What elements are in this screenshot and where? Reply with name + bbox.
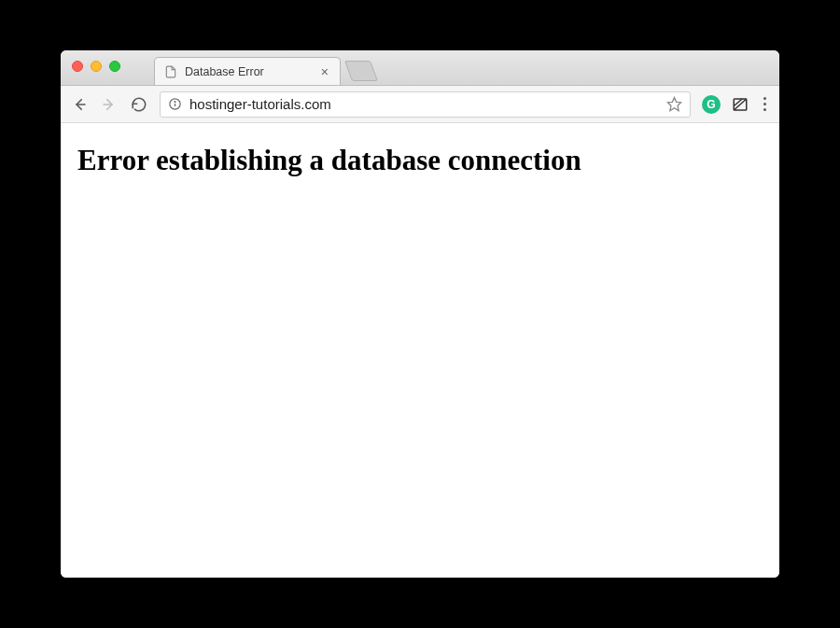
site-info-icon[interactable]	[168, 97, 182, 111]
svg-marker-5	[667, 97, 680, 110]
tab-strip: Database Error ×	[154, 50, 374, 85]
browser-menu-button[interactable]	[760, 97, 770, 111]
titlebar: Database Error ×	[61, 50, 779, 86]
grammarly-label: G	[707, 98, 715, 111]
browser-window: Database Error ×	[61, 50, 779, 578]
toolbar: hostinger-tutorials.com G	[61, 86, 779, 123]
page-viewport: Error establishing a database connection	[61, 123, 779, 578]
grammarly-extension-icon[interactable]: G	[702, 95, 721, 114]
traffic-lights	[72, 61, 120, 72]
tab-title: Database Error	[185, 65, 312, 78]
browser-tab[interactable]: Database Error ×	[154, 57, 341, 85]
back-button[interactable]	[70, 95, 89, 114]
new-tab-button[interactable]	[344, 61, 378, 81]
bookmark-star-icon[interactable]	[666, 96, 682, 112]
svg-point-4	[175, 102, 175, 103]
reload-button[interactable]	[130, 95, 148, 114]
minimize-window-button[interactable]	[91, 61, 102, 72]
close-tab-icon[interactable]: ×	[319, 65, 330, 78]
close-window-button[interactable]	[72, 61, 83, 72]
forward-button[interactable]	[100, 95, 119, 114]
maximize-window-button[interactable]	[109, 61, 120, 72]
error-heading: Error establishing a database connection	[77, 144, 763, 177]
reader-extension-icon[interactable]	[732, 96, 749, 113]
url-text: hostinger-tutorials.com	[189, 96, 659, 112]
file-icon	[164, 65, 177, 78]
address-bar[interactable]: hostinger-tutorials.com	[160, 91, 691, 118]
